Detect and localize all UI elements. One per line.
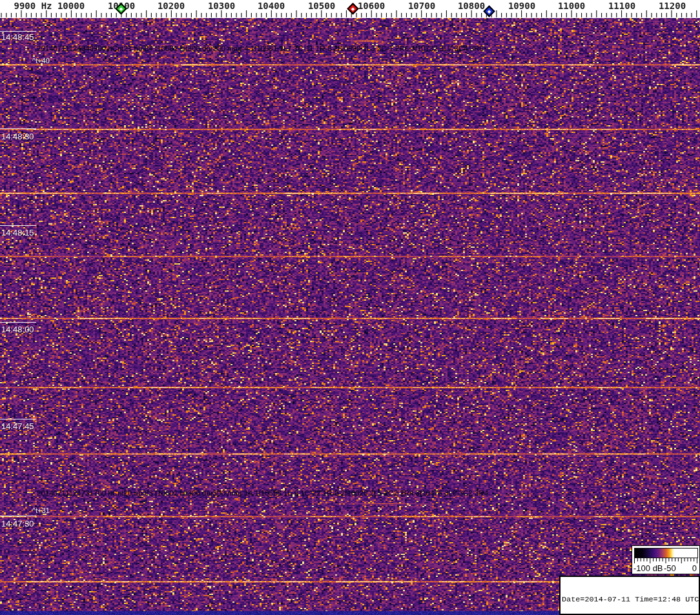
freq-tick-label: 10700: [408, 1, 435, 11]
freq-tick-label: 11100: [608, 1, 635, 11]
freq-tick-label: 11200: [659, 1, 686, 11]
freq-tick-label: 10500: [308, 1, 335, 11]
freq-tick-label: 10200: [158, 1, 185, 11]
marker-blue-dot: [487, 9, 491, 13]
colorbar-label-mid: -50: [664, 563, 676, 573]
info-date-line: Date=2014-07-11 Time=12:48 UTC: [562, 595, 697, 604]
spectrogram-app-window: { "axis": { "unit": "Hz", "labels": [ {"…: [0, 0, 700, 615]
freq-tick-label: 9900 Hz: [14, 1, 52, 11]
freq-tick-label: 10600: [358, 1, 385, 11]
marker-green-dot: [119, 6, 123, 10]
freq-tick-label: 10000: [57, 1, 85, 11]
colorbar-label-max: 0: [692, 563, 697, 573]
marker-red-dot: [351, 6, 355, 10]
frequency-axis: 9900 Hz100001010010200103001040010500106…: [0, 0, 700, 18]
colorbar-gradient: [634, 548, 698, 558]
colorbar-labels: -100 dB -50 0: [632, 563, 699, 574]
freq-tick-label: 10400: [258, 1, 285, 11]
colorbar-label-min: -100 dB: [633, 563, 663, 573]
colorbar-panel: -100 dB -50 0: [632, 545, 700, 574]
colorbar-ticks: [634, 558, 697, 563]
spectrogram-waterfall: [0, 18, 700, 615]
info-box: Date=2014-07-11 Time=12:48 UTC Freq=143 …: [559, 576, 700, 615]
freq-tick-label: 10300: [208, 1, 235, 11]
freq-tick-label: 10900: [508, 1, 535, 11]
freq-tick-label: 11000: [558, 1, 585, 11]
freq-tick-label: 10800: [458, 1, 485, 11]
